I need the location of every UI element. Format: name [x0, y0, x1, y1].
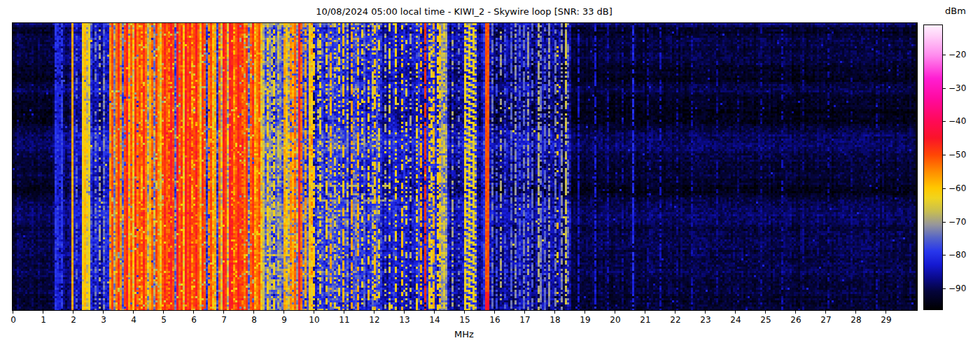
x-axis-label: MHz — [13, 329, 916, 340]
colorbar-tick-label: −40 — [948, 116, 966, 126]
x-tick-mark — [584, 311, 585, 314]
colorbar-tick-label: −50 — [948, 150, 966, 160]
colorbar-tick-label: −80 — [948, 250, 966, 260]
x-tick-label: 17 — [519, 315, 530, 325]
x-tick-label: 27 — [820, 315, 831, 325]
x-tick-label: 29 — [881, 315, 891, 325]
x-tick-label: 14 — [429, 315, 440, 325]
x-tick-mark — [524, 311, 525, 314]
x-tick-label: 20 — [610, 315, 620, 325]
colorbar-tick-label: −20 — [948, 50, 966, 59]
x-tick-label: 19 — [580, 315, 590, 325]
x-tick-label: 1 — [41, 315, 46, 325]
x-tick-label: 3 — [101, 315, 106, 325]
x-tick-label: 10 — [309, 315, 319, 325]
x-tick-label: 28 — [850, 315, 861, 325]
x-tick-mark — [645, 311, 645, 314]
x-tick-label: 18 — [550, 315, 560, 325]
spectrogram-figure: 10/08/2024 05:00 local time - KIWI_2 - S… — [0, 0, 980, 350]
x-tick-mark — [886, 311, 886, 314]
x-tick-label: 21 — [640, 315, 650, 325]
x-tick-label: 7 — [221, 315, 227, 325]
x-tick-label: 9 — [281, 315, 287, 325]
x-tick-label: 4 — [131, 315, 136, 325]
colorbar-tick-mark — [943, 88, 946, 89]
x-tick-mark — [374, 311, 374, 314]
x-tick-mark — [193, 311, 194, 314]
x-tick-label: 15 — [459, 315, 470, 325]
x-tick-mark — [13, 311, 13, 314]
x-tick-label: 25 — [760, 315, 771, 325]
x-tick-label: 0 — [10, 315, 16, 325]
x-tick-mark — [43, 311, 43, 314]
x-tick-mark — [554, 311, 555, 314]
colorbar-tick-mark — [943, 155, 946, 155]
colorbar-unit-label: dBm — [934, 6, 976, 16]
colorbar-tick-mark — [943, 288, 946, 289]
x-tick-mark — [103, 311, 104, 314]
colorbar-tick-mark — [943, 222, 946, 223]
x-tick-label: 26 — [790, 315, 801, 325]
chart-title: 10/08/2024 05:00 local time - KIWI_2 - S… — [13, 6, 916, 17]
x-tick-mark — [615, 311, 615, 314]
colorbar-tick-mark — [943, 188, 946, 189]
colorbar — [923, 24, 943, 310]
x-tick-mark — [765, 311, 766, 314]
x-tick-mark — [284, 311, 284, 314]
x-tick-mark — [133, 311, 134, 314]
colorbar-tick-mark — [943, 55, 946, 55]
x-tick-mark — [705, 311, 706, 314]
colorbar-tick-label: −70 — [948, 217, 966, 227]
x-tick-mark — [795, 311, 796, 314]
x-tick-mark — [855, 311, 856, 314]
x-tick-label: 11 — [339, 315, 349, 325]
x-tick-mark — [314, 311, 314, 314]
spectrogram-canvas — [13, 23, 916, 310]
x-tick-label: 13 — [399, 315, 410, 325]
colorbar-tick-label: −90 — [948, 284, 966, 293]
x-tick-mark — [434, 311, 435, 314]
x-tick-mark — [73, 311, 74, 314]
x-tick-mark — [825, 311, 826, 314]
x-tick-mark — [675, 311, 676, 314]
colorbar-tick-mark — [943, 255, 946, 255]
x-tick-label: 22 — [670, 315, 680, 325]
colorbar-tick-label: −30 — [948, 83, 966, 93]
colorbar-tick-mark — [943, 121, 946, 122]
x-tick-label: 5 — [161, 315, 167, 325]
x-tick-label: 12 — [369, 315, 379, 325]
x-tick-mark — [404, 311, 405, 314]
x-tick-label: 6 — [191, 315, 197, 325]
x-tick-mark — [163, 311, 164, 314]
x-tick-label: 24 — [730, 315, 741, 325]
x-tick-label: 23 — [700, 315, 710, 325]
x-tick-label: 8 — [251, 315, 257, 325]
x-tick-mark — [344, 311, 344, 314]
x-tick-label: 16 — [489, 315, 500, 325]
x-tick-mark — [223, 311, 224, 314]
x-tick-mark — [464, 311, 465, 314]
plot-frame — [12, 22, 918, 311]
x-tick-label: 2 — [71, 315, 76, 325]
x-tick-mark — [735, 311, 736, 314]
colorbar-tick-label: −60 — [948, 183, 966, 193]
x-tick-mark — [253, 311, 254, 314]
x-tick-mark — [494, 311, 495, 314]
